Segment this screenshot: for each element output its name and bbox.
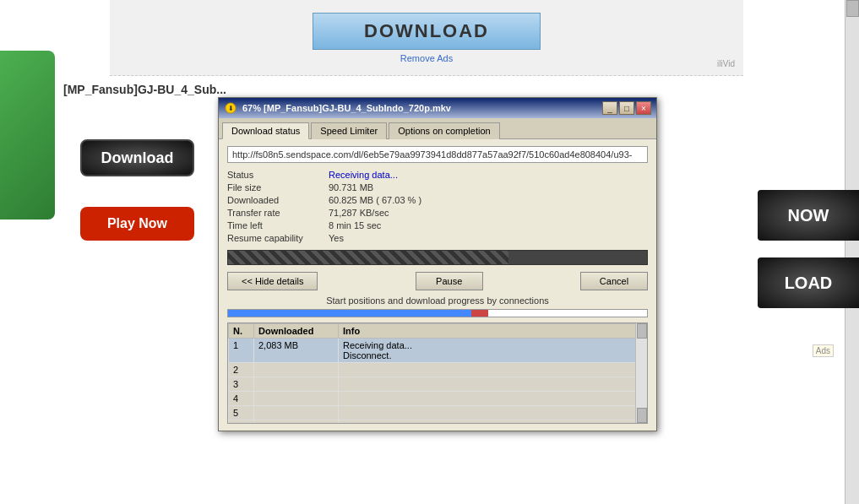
ilivid-label: iliVid [717, 59, 735, 68]
cell-info [339, 392, 647, 406]
connections-progress-fill [228, 310, 471, 317]
hide-details-button[interactable]: << Hide details [227, 272, 318, 290]
download-button[interactable]: Download [80, 139, 194, 176]
transfer-label: Transfer rate [227, 208, 329, 218]
minimize-button[interactable]: _ [602, 101, 617, 115]
cell-info: Receiving data...Disconnect. [339, 339, 647, 363]
svg-text:⬇: ⬇ [228, 105, 234, 112]
col-header-n: N. [229, 324, 254, 339]
status-row-filesize: File size 90.731 MB [227, 182, 648, 192]
cell-n: 2 [229, 363, 254, 377]
status-row-transfer: Transfer rate 71,287 KB/sec [227, 208, 648, 218]
dialog-title: 67% [MP_Fansub]GJ-BU_4_SubIndo_720p.mkv [242, 103, 602, 113]
play-now-button[interactable]: Play Now [80, 207, 194, 241]
col-header-downloaded: Downloaded [254, 324, 339, 339]
cancel-button[interactable]: Cancel [580, 272, 648, 290]
cell-info [339, 377, 647, 392]
right-load-button[interactable]: LOAD [758, 257, 859, 308]
cell-n: 4 [229, 392, 254, 406]
progress-fill [228, 251, 508, 264]
resume-value: Yes [329, 233, 344, 243]
close-button[interactable]: × [636, 101, 651, 115]
cell-n: 5 [229, 406, 254, 420]
dialog-content: http://fs08n5.sendspace.com/dl/6eb5e79aa… [219, 139, 656, 431]
timeleft-value: 8 min 15 sec [329, 220, 381, 230]
page-title: [MP_Fansub]GJ-BU_4_Sub... [63, 83, 226, 96]
tab-options-completion[interactable]: Options on completion [389, 122, 499, 139]
table-row: 3 [229, 377, 647, 392]
status-label: Status [227, 170, 329, 180]
main-progress-bar [227, 250, 648, 265]
table-row: 2 [229, 363, 647, 377]
dialog-buttons-row: << Hide details Pause Cancel [227, 272, 648, 290]
dialog-titlebar: ⬇ 67% [MP_Fansub]GJ-BU_4_SubIndo_720p.mk… [219, 98, 656, 118]
resume-label: Resume capability [227, 233, 329, 243]
cell-downloaded [254, 377, 339, 392]
url-bar: http://fs08n5.sendspace.com/dl/6eb5e79aa… [227, 146, 648, 163]
status-row-resume: Resume capability Yes [227, 233, 648, 243]
cell-downloaded [254, 363, 339, 377]
cell-info [339, 406, 647, 420]
tab-download-status[interactable]: Download status [222, 122, 309, 139]
connections-progress-bar [227, 309, 648, 317]
connections-table: N. Downloaded Info 12,083 MBReceiving da… [228, 323, 647, 424]
restore-button[interactable]: □ [619, 101, 634, 115]
cell-info [339, 363, 647, 377]
filesize-value: 90.731 MB [329, 182, 373, 192]
dialog-tabs: Download status Speed Limiter Options on… [219, 118, 656, 139]
dialog-icon: ⬇ [224, 101, 237, 115]
conn-scrollbar-thumb-bottom[interactable] [637, 408, 647, 423]
connections-table-wrapper: N. Downloaded Info 12,083 MBReceiving da… [227, 322, 648, 424]
status-row-timeleft: Time left 8 min 15 sec [227, 220, 648, 230]
cell-n: 6 [229, 420, 254, 425]
cell-downloaded [254, 392, 339, 406]
connections-progress-red [471, 310, 488, 317]
top-banner: DOWNLOAD Remove Ads iliVid [110, 0, 743, 76]
conn-scrollbar-thumb-top[interactable] [637, 323, 647, 339]
col-header-info: Info [339, 324, 647, 339]
table-row: 12,083 MBReceiving data...Disconnect. [229, 339, 647, 363]
table-row: 4 [229, 392, 647, 406]
page-scrollbar[interactable] [845, 0, 859, 504]
table-row: 5 [229, 406, 647, 420]
ads-badge: Ads [813, 344, 834, 357]
android-icon [0, 51, 55, 219]
downloaded-value: 60.825 MB ( 67.03 % ) [329, 195, 421, 205]
titlebar-buttons: _ □ × [602, 101, 651, 115]
timeleft-label: Time left [227, 220, 329, 230]
status-table: Status Receiving data... File size 90.73… [227, 170, 648, 243]
tab-speed-limiter[interactable]: Speed Limiter [311, 122, 387, 139]
table-row: 6 [229, 420, 647, 425]
cell-downloaded: 2,083 MB [254, 339, 339, 363]
filesize-label: File size [227, 182, 329, 192]
download-dialog: ⬇ 67% [MP_Fansub]GJ-BU_4_SubIndo_720p.mk… [218, 97, 657, 431]
right-now-button[interactable]: NOW [758, 190, 859, 241]
scrollbar-thumb[interactable] [846, 0, 859, 17]
cell-n: 1 [229, 339, 254, 363]
cell-downloaded [254, 420, 339, 425]
status-row-downloaded: Downloaded 60.825 MB ( 67.03 % ) [227, 195, 648, 205]
pause-button[interactable]: Pause [416, 272, 483, 290]
remove-ads-link[interactable]: Remove Ads [400, 53, 453, 63]
downloaded-label: Downloaded [227, 195, 329, 205]
status-row-status: Status Receiving data... [227, 170, 648, 180]
cell-info [339, 420, 647, 425]
cell-n: 3 [229, 377, 254, 392]
big-download-button[interactable]: DOWNLOAD [313, 13, 541, 50]
cell-downloaded [254, 406, 339, 420]
status-value: Receiving data... [329, 170, 398, 180]
transfer-value: 71,287 KB/sec [329, 208, 389, 218]
connections-label: Start positions and download progress by… [227, 295, 648, 306]
connections-scrollbar[interactable] [635, 323, 647, 423]
